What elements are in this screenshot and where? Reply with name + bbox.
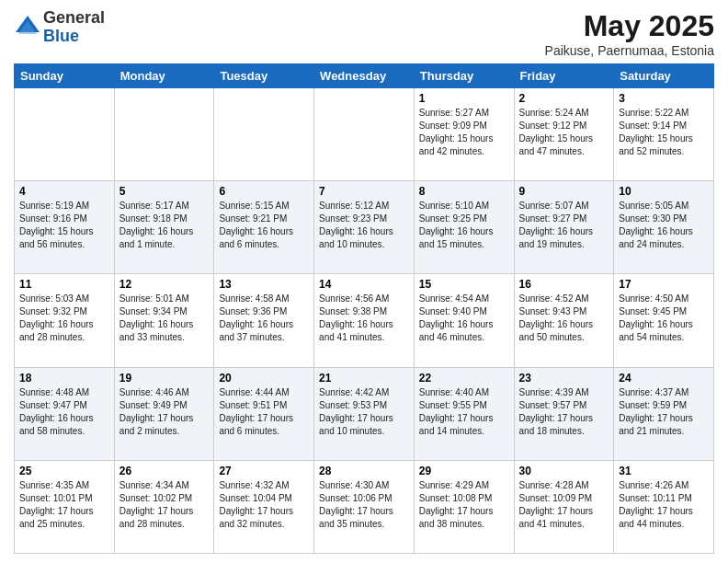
calendar-cell: 17Sunrise: 4:50 AM Sunset: 9:45 PM Dayli…	[614, 274, 714, 367]
day-number: 16	[519, 278, 609, 291]
calendar-week-3: 11Sunrise: 5:03 AM Sunset: 9:32 PM Dayli…	[15, 274, 714, 367]
calendar-header-row: Sunday Monday Tuesday Wednesday Thursday…	[15, 64, 714, 88]
page: General Blue May 2025 Paikuse, Paernumaa…	[0, 0, 728, 563]
calendar-week-5: 25Sunrise: 4:35 AM Sunset: 10:01 PM Dayl…	[15, 460, 714, 553]
logo: General Blue	[14, 9, 105, 46]
day-info: Sunrise: 4:30 AM Sunset: 10:06 PM Daylig…	[319, 479, 409, 531]
main-title: May 2025	[545, 9, 714, 43]
day-number: 1	[419, 92, 509, 105]
calendar-cell: 20Sunrise: 4:44 AM Sunset: 9:51 PM Dayli…	[214, 367, 314, 460]
day-info: Sunrise: 4:35 AM Sunset: 10:01 PM Daylig…	[19, 479, 109, 531]
day-info: Sunrise: 5:03 AM Sunset: 9:32 PM Dayligh…	[19, 293, 109, 344]
day-info: Sunrise: 4:42 AM Sunset: 9:53 PM Dayligh…	[319, 386, 409, 438]
day-info: Sunrise: 4:40 AM Sunset: 9:55 PM Dayligh…	[419, 386, 509, 438]
calendar-cell: 4Sunrise: 5:19 AM Sunset: 9:16 PM Daylig…	[15, 181, 115, 274]
calendar-cell	[314, 88, 415, 181]
calendar-cell: 23Sunrise: 4:39 AM Sunset: 9:57 PM Dayli…	[514, 367, 614, 460]
calendar-cell: 15Sunrise: 4:54 AM Sunset: 9:40 PM Dayli…	[414, 274, 514, 367]
day-info: Sunrise: 4:46 AM Sunset: 9:49 PM Dayligh…	[119, 386, 210, 438]
day-number: 29	[419, 465, 509, 477]
title-section: May 2025 Paikuse, Paernumaa, Estonia	[545, 9, 714, 58]
day-number: 22	[419, 372, 509, 385]
day-number: 9	[519, 185, 609, 198]
header-thursday: Thursday	[414, 64, 514, 88]
calendar-cell: 1Sunrise: 5:27 AM Sunset: 9:09 PM Daylig…	[414, 88, 514, 181]
day-info: Sunrise: 4:48 AM Sunset: 9:47 PM Dayligh…	[19, 386, 109, 438]
calendar-cell: 19Sunrise: 4:46 AM Sunset: 9:49 PM Dayli…	[114, 367, 214, 460]
day-info: Sunrise: 4:32 AM Sunset: 10:04 PM Daylig…	[219, 479, 309, 531]
day-info: Sunrise: 4:29 AM Sunset: 10:08 PM Daylig…	[419, 479, 509, 531]
day-number: 30	[519, 465, 609, 477]
calendar-cell: 21Sunrise: 4:42 AM Sunset: 9:53 PM Dayli…	[314, 367, 415, 460]
day-number: 25	[19, 465, 109, 477]
day-info: Sunrise: 5:07 AM Sunset: 9:27 PM Dayligh…	[519, 200, 609, 251]
day-number: 24	[619, 372, 709, 385]
day-info: Sunrise: 4:37 AM Sunset: 9:59 PM Dayligh…	[619, 386, 709, 438]
day-info: Sunrise: 5:15 AM Sunset: 9:21 PM Dayligh…	[219, 200, 309, 251]
day-number: 20	[219, 372, 309, 385]
day-info: Sunrise: 4:52 AM Sunset: 9:43 PM Dayligh…	[519, 293, 609, 344]
day-number: 3	[619, 92, 709, 105]
logo-blue: Blue	[43, 28, 105, 46]
day-number: 23	[519, 372, 609, 385]
calendar-cell: 26Sunrise: 4:34 AM Sunset: 10:02 PM Dayl…	[114, 460, 214, 553]
day-number: 6	[219, 185, 309, 198]
calendar-cell: 3Sunrise: 5:22 AM Sunset: 9:14 PM Daylig…	[614, 88, 714, 181]
subtitle: Paikuse, Paernumaa, Estonia	[545, 43, 714, 58]
calendar-cell: 10Sunrise: 5:05 AM Sunset: 9:30 PM Dayli…	[614, 181, 714, 274]
calendar-cell: 29Sunrise: 4:29 AM Sunset: 10:08 PM Dayl…	[414, 460, 514, 553]
calendar-table: Sunday Monday Tuesday Wednesday Thursday…	[14, 63, 714, 554]
logo-text: General Blue	[43, 9, 105, 46]
day-info: Sunrise: 4:44 AM Sunset: 9:51 PM Dayligh…	[219, 386, 309, 438]
calendar-cell: 13Sunrise: 4:58 AM Sunset: 9:36 PM Dayli…	[214, 274, 314, 367]
day-info: Sunrise: 4:28 AM Sunset: 10:09 PM Daylig…	[519, 479, 609, 531]
calendar-cell: 12Sunrise: 5:01 AM Sunset: 9:34 PM Dayli…	[114, 274, 214, 367]
header-friday: Friday	[514, 64, 614, 88]
day-info: Sunrise: 5:17 AM Sunset: 9:18 PM Dayligh…	[119, 200, 210, 251]
day-info: Sunrise: 5:22 AM Sunset: 9:14 PM Dayligh…	[619, 107, 709, 158]
day-info: Sunrise: 4:39 AM Sunset: 9:57 PM Dayligh…	[519, 386, 609, 438]
calendar-cell	[15, 88, 115, 181]
day-number: 7	[319, 185, 409, 198]
day-number: 2	[519, 92, 609, 105]
day-number: 26	[119, 465, 210, 477]
day-number: 18	[19, 372, 109, 385]
day-number: 5	[119, 185, 210, 198]
day-info: Sunrise: 5:10 AM Sunset: 9:25 PM Dayligh…	[419, 200, 509, 251]
calendar-cell: 25Sunrise: 4:35 AM Sunset: 10:01 PM Dayl…	[15, 460, 115, 553]
day-number: 12	[119, 278, 210, 291]
day-number: 17	[619, 278, 709, 291]
calendar-cell: 11Sunrise: 5:03 AM Sunset: 9:32 PM Dayli…	[15, 274, 115, 367]
calendar-cell: 18Sunrise: 4:48 AM Sunset: 9:47 PM Dayli…	[15, 367, 115, 460]
day-info: Sunrise: 4:26 AM Sunset: 10:11 PM Daylig…	[619, 479, 709, 531]
day-number: 11	[19, 278, 109, 291]
day-info: Sunrise: 4:50 AM Sunset: 9:45 PM Dayligh…	[619, 293, 709, 344]
day-info: Sunrise: 4:54 AM Sunset: 9:40 PM Dayligh…	[419, 293, 509, 344]
day-info: Sunrise: 4:56 AM Sunset: 9:38 PM Dayligh…	[319, 293, 409, 344]
header-wednesday: Wednesday	[314, 64, 415, 88]
day-number: 31	[619, 465, 709, 477]
calendar-week-4: 18Sunrise: 4:48 AM Sunset: 9:47 PM Dayli…	[15, 367, 714, 460]
day-number: 21	[319, 372, 409, 385]
day-number: 8	[419, 185, 509, 198]
calendar-cell: 5Sunrise: 5:17 AM Sunset: 9:18 PM Daylig…	[114, 181, 214, 274]
day-info: Sunrise: 5:05 AM Sunset: 9:30 PM Dayligh…	[619, 200, 709, 251]
calendar-cell: 16Sunrise: 4:52 AM Sunset: 9:43 PM Dayli…	[514, 274, 614, 367]
day-info: Sunrise: 5:01 AM Sunset: 9:34 PM Dayligh…	[119, 293, 210, 344]
calendar-cell	[214, 88, 314, 181]
header: General Blue May 2025 Paikuse, Paernumaa…	[14, 9, 714, 58]
logo-general: General	[43, 9, 105, 28]
header-sunday: Sunday	[15, 64, 115, 88]
calendar-week-1: 1Sunrise: 5:27 AM Sunset: 9:09 PM Daylig…	[15, 88, 714, 181]
calendar-week-2: 4Sunrise: 5:19 AM Sunset: 9:16 PM Daylig…	[15, 181, 714, 274]
day-number: 10	[619, 185, 709, 198]
day-info: Sunrise: 4:58 AM Sunset: 9:36 PM Dayligh…	[219, 293, 309, 344]
day-info: Sunrise: 5:24 AM Sunset: 9:12 PM Dayligh…	[519, 107, 609, 158]
day-info: Sunrise: 4:34 AM Sunset: 10:02 PM Daylig…	[119, 479, 210, 531]
calendar-cell: 22Sunrise: 4:40 AM Sunset: 9:55 PM Dayli…	[414, 367, 514, 460]
day-info: Sunrise: 5:19 AM Sunset: 9:16 PM Dayligh…	[19, 200, 109, 251]
day-number: 14	[319, 278, 409, 291]
header-saturday: Saturday	[614, 64, 714, 88]
calendar-cell: 27Sunrise: 4:32 AM Sunset: 10:04 PM Dayl…	[214, 460, 314, 553]
header-monday: Monday	[114, 64, 214, 88]
